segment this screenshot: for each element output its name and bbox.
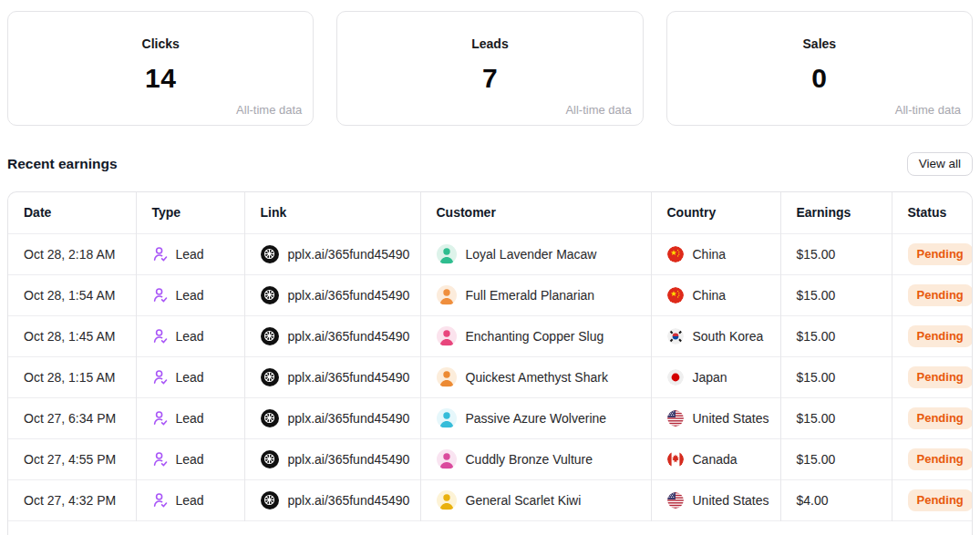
dashboard-page: Clicks 14 All-time data Leads 7 All-time…	[0, 0, 980, 535]
status-badge: Pending	[908, 366, 973, 388]
section-title: Recent earnings	[7, 156, 118, 172]
column-header-customer: Customer	[420, 192, 651, 233]
link-cell: pplx.ai/365fund45490	[288, 247, 410, 262]
earnings-cell: $15.00	[797, 247, 836, 262]
link-cell: pplx.ai/365fund45490	[288, 370, 410, 385]
clicks-card: Clicks 14 All-time data	[7, 11, 314, 126]
earnings-cell: $15.00	[797, 411, 836, 426]
globe-icon	[261, 491, 279, 509]
column-header-type: Type	[136, 192, 244, 233]
table-row: Oct 27, 4:32 PM Lead pplx.ai/365fund4549…	[8, 479, 972, 520]
date-cell: Oct 28, 2:18 AM	[24, 247, 115, 262]
earnings-cell: $15.00	[797, 288, 836, 303]
column-header-date: Date	[8, 192, 136, 233]
date-cell: Oct 28, 1:15 AM	[24, 370, 115, 385]
type-cell: Lead	[176, 247, 204, 262]
leads-card-label: Leads	[471, 36, 508, 51]
status-badge: Pending	[908, 407, 973, 429]
status-badge: Pending	[908, 284, 973, 306]
view-all-button[interactable]: View all	[907, 152, 973, 176]
table-row: Oct 27, 6:34 PM Lead pplx.ai/365fund4549…	[8, 397, 972, 438]
customer-avatar person-icon	[437, 244, 457, 264]
customer-avatar person-icon	[437, 285, 457, 305]
globe-icon	[261, 368, 279, 386]
customer-cell: Loyal Lavender Macaw	[466, 247, 597, 262]
table-header-row: Date Type Link Customer Country Earnings…	[8, 192, 972, 233]
date-cell: Oct 28, 1:45 AM	[24, 329, 115, 344]
earnings-table-container: Date Type Link Customer Country Earnings…	[7, 191, 973, 535]
column-header-status: Status	[892, 192, 972, 233]
link-cell: pplx.ai/365fund45490	[288, 411, 410, 426]
earnings-cell: $4.00	[797, 493, 829, 508]
customer-avatar person-icon	[437, 326, 457, 346]
table-row: Oct 28, 1:54 AM Lead pplx.ai/365fund4549…	[8, 274, 972, 315]
customer-cell: Passive Azure Wolverine	[466, 411, 607, 426]
user-check-icon	[152, 451, 169, 468]
country-cell: China	[693, 288, 727, 303]
table-row: Oct 28, 1:45 AM Lead pplx.ai/365fund4549…	[8, 315, 972, 356]
globe-icon	[261, 286, 279, 304]
status-badge: Pending	[908, 448, 973, 470]
sales-card: Sales 0 All-time data	[666, 11, 973, 126]
column-header-link: Link	[244, 192, 420, 233]
column-header-earnings: Earnings	[780, 192, 892, 233]
type-cell: Lead	[176, 288, 204, 303]
united-states-flag-icon	[667, 492, 684, 509]
country-cell: Japan	[693, 370, 727, 385]
earnings-cell: $15.00	[797, 452, 836, 467]
sales-card-value: 0	[811, 63, 827, 94]
link-cell: pplx.ai/365fund45490	[288, 329, 410, 344]
globe-icon	[261, 327, 279, 345]
status-badge: Pending	[908, 243, 973, 265]
customer-cell: Full Emerald Planarian	[466, 288, 595, 303]
earnings-table: Date Type Link Customer Country Earnings…	[8, 192, 972, 535]
date-cell: Oct 27, 6:34 PM	[24, 411, 116, 426]
type-cell: Lead	[176, 370, 204, 385]
customer-avatar person-icon	[437, 367, 457, 387]
date-cell: Oct 28, 1:54 AM	[24, 288, 115, 303]
canada-flag-icon	[667, 451, 684, 468]
type-cell: Lead	[176, 493, 204, 508]
customer-avatar person-icon	[437, 408, 457, 428]
leads-card-footnote: All-time data	[565, 103, 631, 117]
japan-flag-icon	[667, 369, 684, 386]
country-cell: China	[693, 247, 727, 262]
user-check-icon	[152, 410, 169, 427]
date-cell: Oct 27, 4:32 PM	[24, 493, 116, 508]
customer-cell: Cuddly Bronze Vulture	[466, 452, 593, 467]
leads-card: Leads 7 All-time data	[336, 11, 643, 126]
type-cell: Lead	[176, 411, 204, 426]
clicks-card-value: 14	[145, 63, 176, 94]
customer-avatar person-icon	[437, 449, 457, 469]
link-cell: pplx.ai/365fund45490	[288, 493, 410, 508]
type-cell: Lead	[176, 452, 204, 467]
customer-cell: Quickest Amethyst Shark	[466, 370, 608, 385]
china-flag-icon	[667, 287, 684, 304]
table-footer-strip	[8, 520, 972, 535]
country-cell: United States	[693, 493, 769, 508]
date-cell: Oct 27, 4:55 PM	[24, 452, 116, 467]
recent-earnings-header: Recent earnings View all	[7, 152, 973, 176]
earnings-cell: $15.00	[797, 370, 836, 385]
south-korea-flag-icon	[667, 328, 684, 345]
user-check-icon	[152, 492, 169, 509]
country-cell: South Korea	[693, 329, 764, 344]
china-flag-icon	[667, 246, 684, 262]
user-check-icon	[152, 369, 169, 386]
customer-cell: Enchanting Copper Slug	[466, 329, 604, 344]
table-row: Oct 27, 4:55 PM Lead pplx.ai/365fund4549…	[8, 438, 972, 479]
column-header-country: Country	[651, 192, 780, 233]
table-row: Oct 28, 1:15 AM Lead pplx.ai/365fund4549…	[8, 356, 972, 397]
globe-icon	[261, 245, 279, 263]
customer-cell: General Scarlet Kiwi	[466, 493, 582, 508]
globe-icon	[261, 450, 279, 468]
stat-cards: Clicks 14 All-time data Leads 7 All-time…	[7, 11, 973, 126]
status-badge: Pending	[908, 325, 973, 347]
country-cell: United States	[693, 411, 769, 426]
status-badge: Pending	[908, 489, 973, 511]
united-states-flag-icon	[667, 410, 684, 427]
type-cell: Lead	[176, 329, 204, 344]
link-cell: pplx.ai/365fund45490	[288, 452, 410, 467]
user-check-icon	[152, 287, 169, 304]
link-cell: pplx.ai/365fund45490	[288, 288, 410, 303]
